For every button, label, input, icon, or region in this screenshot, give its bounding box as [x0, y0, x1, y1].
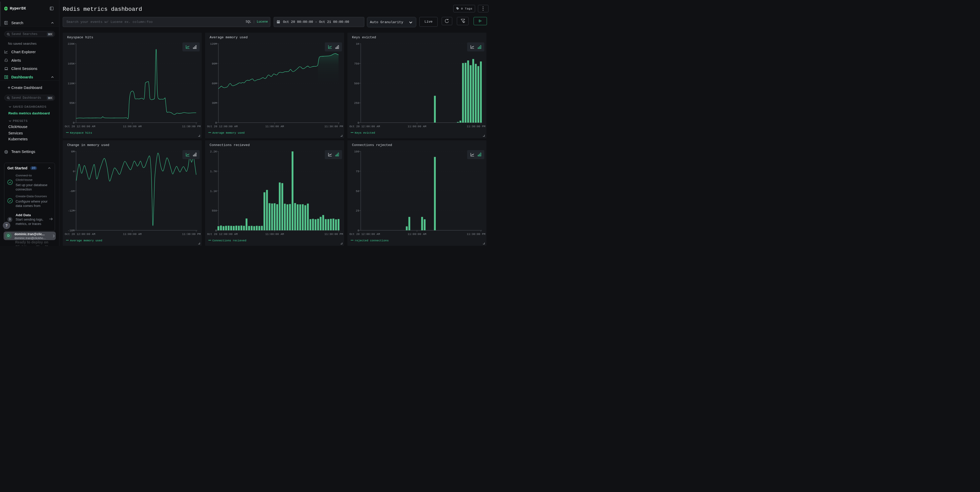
- svg-text:Average memory used: Average memory used: [212, 131, 244, 134]
- svg-text:1K: 1K: [356, 42, 360, 46]
- svg-text:Keys evicted: Keys evicted: [355, 131, 375, 134]
- svg-text:Oct 20 12:00:00 AM: Oct 20 12:00:00 AM: [350, 125, 380, 128]
- svg-text:750: 750: [354, 62, 359, 65]
- svg-text:11:30:00 PM: 11:30:00 PM: [182, 232, 200, 236]
- svg-text:55K: 55K: [69, 102, 75, 105]
- svg-text:1.1K: 1.1K: [210, 189, 217, 193]
- svg-text:11:00:00 AM: 11:00:00 AM: [407, 125, 426, 128]
- svg-text:0: 0: [357, 229, 359, 232]
- svg-text:Oct 20 12:00:00 AM: Oct 20 12:00:00 AM: [65, 125, 95, 128]
- svg-text:165K: 165K: [68, 62, 75, 65]
- svg-text:0: 0: [215, 229, 217, 232]
- svg-text:1.7K: 1.7K: [210, 170, 217, 173]
- svg-text:120M: 120M: [210, 42, 216, 46]
- svg-text:90M: 90M: [212, 62, 217, 65]
- svg-text:250: 250: [354, 102, 359, 105]
- svg-text:60M: 60M: [212, 82, 217, 85]
- svg-text:500: 500: [354, 82, 359, 85]
- svg-text:11:00:00 AM: 11:00:00 AM: [123, 232, 142, 236]
- svg-text:11:00:00 AM: 11:00:00 AM: [407, 232, 426, 236]
- svg-text:Oct 20 12:00:00 AM: Oct 20 12:00:00 AM: [65, 232, 95, 236]
- svg-text:Oct 20 12:00:00 AM: Oct 20 12:00:00 AM: [350, 232, 380, 236]
- svg-text:550: 550: [212, 209, 217, 212]
- svg-text:0: 0: [215, 121, 217, 124]
- svg-text:11:30:00 PM: 11:30:00 PM: [467, 125, 485, 128]
- svg-text:11:00:00 AM: 11:00:00 AM: [265, 125, 284, 128]
- svg-text:0: 0: [357, 121, 359, 124]
- svg-text:0: 0: [73, 170, 75, 173]
- svg-text:220K: 220K: [68, 42, 75, 46]
- svg-text:11:30:00 PM: 11:30:00 PM: [467, 232, 485, 236]
- svg-text:11:30:00 PM: 11:30:00 PM: [324, 232, 343, 236]
- svg-text:25: 25: [356, 209, 359, 212]
- svg-text:Keyspace hits: Keyspace hits: [70, 131, 92, 134]
- svg-text:6M: 6M: [71, 150, 74, 153]
- svg-text:100: 100: [354, 150, 359, 153]
- svg-text:11:30:00 PM: 11:30:00 PM: [182, 125, 200, 128]
- svg-text:-6M: -6M: [69, 189, 75, 193]
- svg-text:0: 0: [73, 121, 75, 124]
- svg-text:-18M: -18M: [68, 229, 74, 232]
- svg-text:75: 75: [356, 170, 359, 173]
- svg-text:11:00:00 AM: 11:00:00 AM: [123, 125, 142, 128]
- svg-text:30M: 30M: [212, 102, 217, 105]
- svg-text:11:30:00 PM: 11:30:00 PM: [324, 125, 343, 128]
- svg-text:rejected connections: rejected connections: [355, 239, 388, 242]
- svg-text:2.2K: 2.2K: [210, 150, 217, 153]
- svg-text:Average memory used: Average memory used: [70, 239, 102, 242]
- svg-text:Connections recieved: Connections recieved: [212, 239, 246, 242]
- svg-text:110K: 110K: [68, 82, 75, 85]
- svg-text:Oct 20 12:00:00 AM: Oct 20 12:00:00 AM: [207, 232, 238, 236]
- svg-text:-12M: -12M: [68, 209, 74, 212]
- svg-text:Oct 20 12:00:00 AM: Oct 20 12:00:00 AM: [207, 125, 238, 128]
- svg-text:11:00:00 AM: 11:00:00 AM: [265, 232, 284, 236]
- svg-text:50: 50: [356, 189, 359, 193]
